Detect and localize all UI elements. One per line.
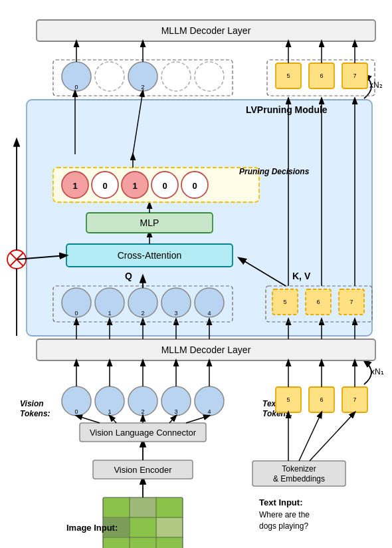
svg-text:0: 0 bbox=[74, 84, 78, 90]
svg-text:0: 0 bbox=[74, 310, 78, 317]
svg-text:1: 1 bbox=[108, 408, 111, 415]
text-input-label: Text Input: bbox=[259, 497, 302, 507]
vision-encoder-label: Vision Encoder bbox=[114, 465, 172, 475]
svg-rect-7 bbox=[157, 518, 182, 537]
svg-text:2: 2 bbox=[141, 408, 144, 415]
kv-label: K, V bbox=[292, 271, 311, 281]
svg-text:5: 5 bbox=[286, 72, 290, 79]
svg-text:1: 1 bbox=[132, 181, 137, 191]
svg-line-30 bbox=[110, 416, 116, 423]
svg-text:4: 4 bbox=[207, 310, 211, 317]
text-input-value: Where are the bbox=[259, 510, 310, 519]
svg-text:7: 7 bbox=[353, 396, 356, 403]
svg-text:0: 0 bbox=[74, 408, 78, 415]
svg-line-35 bbox=[299, 412, 322, 461]
pruning-decisions-label: Pruning Decisions bbox=[239, 167, 310, 176]
svg-text:5: 5 bbox=[283, 299, 286, 305]
lvpruning-label: LVPruning Module bbox=[246, 104, 328, 115]
svg-text:7: 7 bbox=[349, 299, 353, 305]
svg-line-32 bbox=[169, 416, 176, 423]
q-label: Q bbox=[125, 271, 132, 281]
svg-line-29 bbox=[76, 416, 100, 423]
vision-tokens-label2: Tokens: bbox=[20, 409, 50, 418]
svg-text:4: 4 bbox=[207, 408, 211, 415]
svg-line-36 bbox=[310, 412, 355, 461]
svg-rect-5 bbox=[130, 498, 155, 517]
svg-text:1: 1 bbox=[72, 181, 77, 191]
cross-attention-label: Cross-Attention bbox=[118, 250, 181, 261]
vision-tokens-label: Vision bbox=[20, 399, 44, 408]
architecture-diagram: Image Input: Text Input: Where are the d… bbox=[0, 0, 392, 548]
svg-text:7: 7 bbox=[353, 72, 356, 79]
svg-text:6: 6 bbox=[320, 396, 323, 403]
mllm-decoder-bottom-label: MLLM Decoder Layer bbox=[161, 344, 251, 355]
svg-text:0: 0 bbox=[102, 181, 107, 191]
svg-text:6: 6 bbox=[320, 72, 323, 79]
svg-line-33 bbox=[186, 416, 209, 423]
tokenizer-label1: Tokenizer bbox=[282, 464, 316, 474]
svg-text:0: 0 bbox=[192, 181, 197, 191]
svg-text:2: 2 bbox=[141, 310, 144, 317]
svg-text:3: 3 bbox=[174, 310, 177, 317]
vision-language-connector-label: Vision Language Connector bbox=[90, 428, 197, 438]
svg-point-94 bbox=[95, 62, 124, 91]
svg-text:6: 6 bbox=[316, 299, 320, 305]
svg-text:0: 0 bbox=[162, 181, 167, 191]
xn1-label: xN₁ bbox=[371, 367, 384, 376]
text-input-value2: dogs playing? bbox=[259, 521, 308, 531]
xn2-label: xN₂ bbox=[369, 80, 383, 90]
svg-text:1: 1 bbox=[108, 310, 111, 317]
svg-point-98 bbox=[195, 62, 224, 91]
svg-text:3: 3 bbox=[174, 408, 177, 415]
image-input-label: Image Input: bbox=[66, 523, 118, 533]
svg-text:2: 2 bbox=[141, 84, 144, 90]
mllm-decoder-top-label: MLLM Decoder Layer bbox=[161, 25, 251, 36]
svg-text:5: 5 bbox=[286, 396, 290, 403]
svg-point-97 bbox=[161, 62, 191, 91]
mlp-label: MLP bbox=[140, 217, 159, 228]
tokenizer-label2: & Embeddings bbox=[273, 474, 325, 483]
